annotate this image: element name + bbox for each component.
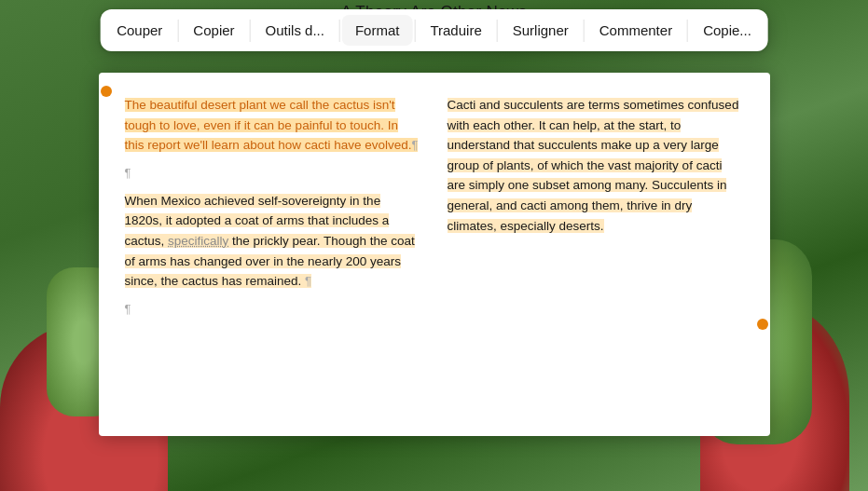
col1-underline-word: specifically xyxy=(168,234,228,248)
menu-divider-4 xyxy=(414,20,415,42)
menu-item-copier[interactable]: Copier xyxy=(180,15,247,46)
col1-highlighted-text: The beautiful desert plant we call the c… xyxy=(125,98,412,152)
menu-divider-1 xyxy=(177,20,178,42)
menu-divider-6 xyxy=(584,20,585,42)
document-columns: The beautiful desert plant we call the c… xyxy=(125,95,744,320)
menu-divider-5 xyxy=(497,20,498,42)
selection-handle-right xyxy=(757,319,768,330)
menu-divider-2 xyxy=(250,20,251,42)
context-menu: Couper Copier Outils d... Format Traduir… xyxy=(100,9,768,51)
menu-item-format[interactable]: Format xyxy=(342,15,413,46)
menu-item-surligner[interactable]: Surligner xyxy=(500,15,582,46)
menu-item-outils[interactable]: Outils d... xyxy=(253,15,338,46)
document-column-1: The beautiful desert plant we call the c… xyxy=(125,95,421,320)
col1-text: The beautiful desert plant we call the c… xyxy=(125,95,421,320)
selection-handle-left xyxy=(101,86,112,97)
col1-para-mark3: ¶ xyxy=(125,302,131,316)
document-container: The beautiful desert plant we call the c… xyxy=(99,73,770,436)
menu-item-copie[interactable]: Copie... xyxy=(690,15,765,46)
col2-highlighted-text: Cacti and succulents are terms sometimes… xyxy=(448,98,739,233)
col2-text: Cacti and succulents are terms sometimes… xyxy=(448,95,744,236)
menu-divider-7 xyxy=(687,20,688,42)
menu-item-traduire[interactable]: Traduire xyxy=(417,15,494,46)
col1-para-break: ¶ xyxy=(125,166,131,180)
menu-item-couper[interactable]: Couper xyxy=(103,15,175,46)
menu-item-commenter[interactable]: Commenter xyxy=(586,15,685,46)
col1-para-mark2: ¶ xyxy=(301,274,311,288)
col1-para-mark1: ¶ xyxy=(412,138,419,152)
menu-divider-3 xyxy=(339,20,340,42)
document-column-2: Cacti and succulents are terms sometimes… xyxy=(448,95,744,320)
